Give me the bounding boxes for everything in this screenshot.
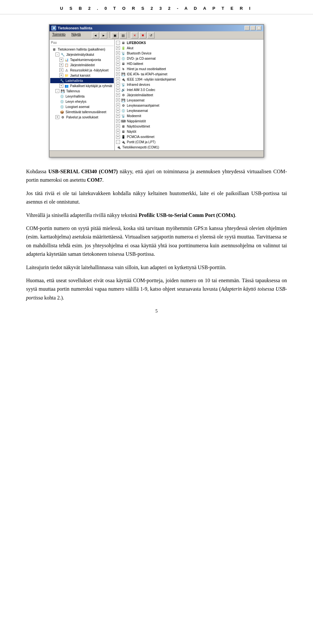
expand-icon[interactable]: + (116, 72, 120, 76)
expand-icon[interactable]: - (55, 89, 59, 93)
tree-item-palvelut[interactable]: + ⚙ Palvelut ja sovellukset (50, 115, 114, 120)
tree-label: Tietokoneen hallinta (paikallinen) (58, 48, 105, 51)
right-item-levykeasemat[interactable]: + 💿 Levykeasemat (115, 108, 263, 113)
toolbar-btn-5[interactable]: ↺ (147, 32, 155, 38)
toolbar-btn-2[interactable]: ▤ (120, 32, 127, 38)
right-item-akut[interactable]: + 🔋 Akut (115, 45, 263, 51)
menu-nayta[interactable]: Näytä (70, 32, 82, 38)
expand-icon[interactable]: + (116, 130, 120, 133)
right-item-intel-aim[interactable]: + 🔊 Intel AIM 3.0 Codec (115, 87, 263, 92)
right-item-ieee[interactable]: + 🔌 IEEE 1394 -väylän isäntäohjaimet (115, 77, 263, 82)
expand-icon[interactable]: + (116, 109, 120, 113)
window-controls[interactable]: _ □ ✕ (245, 26, 261, 30)
ieee-icon: 🔌 (121, 77, 126, 82)
minimize-button[interactable]: _ (245, 26, 250, 30)
right-item-portit[interactable]: - 🔌 Portit (COM ja LPT) (115, 139, 263, 145)
toolbar-btn-4[interactable]: ✖ (139, 32, 146, 38)
right-item-naytot[interactable]: + 🖥 Näytöt (115, 129, 263, 134)
item-label: Levykeasemat (127, 109, 148, 113)
expand-icon[interactable]: + (116, 83, 120, 86)
expand-icon[interactable]: + (116, 67, 120, 71)
tree-item-jarjestelmätyökalut[interactable]: - 🔧 Järjestelmätyökalut (50, 52, 114, 57)
bold-term-profilic: Profilic USB-to-Serial Comm Port (COMx) (139, 212, 235, 218)
expand-icon[interactable]: + (116, 77, 120, 81)
expand-icon[interactable]: + (116, 119, 120, 123)
item-label: Modeemit (127, 114, 141, 118)
tree-item-levyn-eheytys[interactable]: 💿 Levyn eheytys (50, 99, 114, 104)
item-label: PCMCIA-sovittimet (127, 135, 154, 139)
item-label: Hiiret ja muut osoitinlaitteet (127, 67, 166, 71)
bold-term-usb-serial: USB-SERIAL CH340 (COM7) (48, 169, 118, 174)
right-item-ide[interactable]: + 💾 IDE ATA- tai ATAPI-ohjaimet (115, 71, 263, 77)
right-item-jarjestelma[interactable]: + ⚙ Järjestelmälaitteet (115, 92, 263, 98)
menu-toiminto[interactable]: Toiminto (51, 32, 67, 38)
item-label: Näppäimistöt (127, 119, 146, 123)
header-title: U S B 2 . 0 T O R S 2 3 2 - A D A P T E … (60, 6, 253, 11)
right-item-com1[interactable]: 🔌 Tietoliikennepotti (COM1) (115, 145, 263, 150)
right-item-pcmcia[interactable]: + 📱 PCMCIA-sovittimet (115, 134, 263, 139)
close-button[interactable]: ✕ (256, 26, 261, 30)
tree-item-levynhallinta[interactable]: 💿 Levynhallinta (50, 94, 114, 99)
expand-icon[interactable]: - (116, 140, 120, 144)
tree-item-tapahtumienvajvonta[interactable]: + 📊 Tapahtumienvajvonta (50, 57, 114, 62)
expand-icon[interactable]: + (59, 68, 63, 72)
expand-icon[interactable]: + (59, 58, 63, 62)
disk-icon: 💿 (59, 94, 65, 99)
tree-item-kayttajat[interactable]: + 👥 Paikalliset käyttäjät ja ryhmät (50, 83, 114, 88)
log-icon: ⚠ (64, 68, 69, 72)
tree-item-tallennus[interactable]: - 💾 Tallennus (50, 88, 114, 94)
defrag-icon: 💿 (59, 99, 65, 104)
back-button[interactable]: ◄ (92, 32, 99, 38)
tree-item-jarjestelmätiedot[interactable]: + 📋 Järjestelmätiedot (50, 62, 114, 68)
expand-icon[interactable]: + (116, 114, 120, 118)
right-item-infrared[interactable]: + 📡 Infrared devices (115, 82, 263, 87)
expand-icon[interactable]: + (116, 88, 120, 92)
expand-icon[interactable]: + (59, 63, 63, 67)
expand-icon[interactable]: + (59, 73, 63, 77)
item-label: Bluetooth Device (127, 52, 152, 55)
forward-button[interactable]: ► (100, 32, 107, 38)
expand-icon[interactable]: + (59, 84, 63, 88)
page-number: 5 (26, 309, 287, 314)
expand-icon[interactable]: + (116, 56, 120, 60)
right-item-levykeasemaohjaimet[interactable]: + ⚙ Levykeasemaohjaimet (115, 103, 263, 108)
right-item-hiiret[interactable]: + 🖱 Hiiret ja muut osoitinlaitteet (115, 66, 263, 71)
ide-icon: 💾 (121, 72, 126, 76)
right-item-nappaimistot[interactable]: + ⌨ Näppäimistöt (115, 118, 263, 124)
expand-icon[interactable]: + (116, 93, 120, 97)
tree-label: Tallennus (66, 89, 80, 93)
toolbar-btn-1[interactable]: ▣ (112, 32, 119, 38)
expand-icon[interactable]: + (116, 135, 120, 139)
expand-icon[interactable]: + (55, 115, 59, 119)
tree-item-loogiset-asemat[interactable]: 💿 Loogiset asemat (50, 104, 114, 109)
expand-icon[interactable]: + (116, 124, 120, 128)
tree-label: Levynhallinta (66, 95, 84, 98)
expand-icon[interactable]: + (116, 103, 120, 107)
removable-icon: 📦 (59, 110, 65, 114)
expand-icon[interactable]: - (116, 41, 120, 45)
tree-item-laitehallinta[interactable]: 🔧 Laitehallinta (50, 78, 114, 83)
right-item-root[interactable]: - 🖥 LIFEBOOKS (115, 40, 263, 45)
expand-icon[interactable]: + (116, 98, 120, 102)
right-item-hid[interactable]: + 🖥 HID-laitteet (115, 61, 263, 66)
expand-icon[interactable]: + (116, 51, 120, 55)
right-item-lpt1[interactable]: 🖨 Tulostusportti (LPT1) (115, 150, 263, 150)
right-item-modeemit[interactable]: + 📡 Modeemit (115, 113, 263, 118)
toolbar-btn-3[interactable]: ✕ (131, 32, 138, 38)
right-item-nayttosovittimet[interactable]: + 🖥 Näyttösovittimet (115, 124, 263, 129)
tree-item-tietokoneen-hallinta[interactable]: 🖥 Tietokoneen hallinta (paikallinen) (50, 47, 114, 52)
right-item-dvd[interactable]: + 💿 DVD- ja CD-asemat (115, 56, 263, 61)
right-item-levyasemat[interactable]: + 💾 Levyasemat (115, 98, 263, 103)
tree-item-resurssilokit[interactable]: + ⚠ Resurssilokit ja -hälytykset (50, 68, 114, 73)
maximize-button[interactable]: □ (250, 26, 256, 30)
item-label: IEEE 1394 -väylän isäntäohjaimet (127, 78, 176, 81)
italic-ref: Adapterin käyttö toisessa USB-portissa (26, 286, 287, 300)
right-item-bluetooth[interactable]: + 📡 Bluetooth Device (115, 51, 263, 56)
tree-label: Jaetut kansiot (70, 74, 90, 77)
tree-item-jaetut-kansiot[interactable]: + 📁 Jaetut kansiot (50, 73, 114, 78)
expand-icon[interactable]: - (55, 53, 59, 56)
tree-item-siirrettavat[interactable]: 📦 Siirrettävät tallennusvälineet (50, 109, 114, 115)
logical-icon: 💿 (59, 104, 65, 109)
expand-icon[interactable]: + (116, 46, 120, 50)
expand-icon[interactable]: + (116, 62, 120, 66)
